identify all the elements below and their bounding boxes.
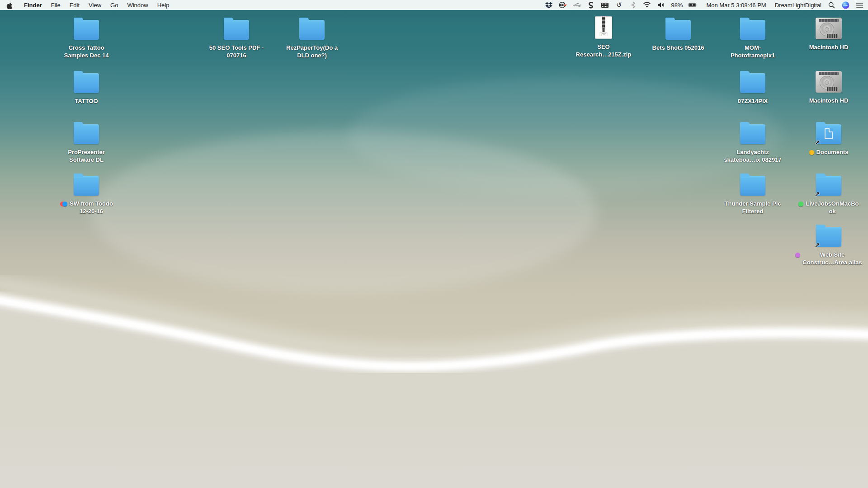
desktop-icon-sw-from-toddo[interactable]: SW from Toddo 12-20-16 — [52, 171, 120, 215]
battery-percent-label: 98% — [671, 2, 683, 9]
folder-icon — [665, 20, 691, 40]
wifi-icon[interactable] — [643, 0, 651, 10]
desktop-icon-label: LiveJobsOnMacBo ok — [806, 200, 859, 215]
desktop-icon-label: SEO Research…215Z.zip — [576, 43, 632, 58]
folder-icon — [740, 124, 765, 144]
desktop-icon-cross-tattoo-samples[interactable]: Cross Tattoo Samples Dec 14 — [52, 15, 120, 59]
apple-menu[interactable] — [0, 0, 19, 10]
desktop-icon-label: MOM- Photoframepix1 — [731, 44, 775, 59]
desktop-icon-macintosh-hd-2[interactable]: Macintosh HD — [795, 68, 863, 105]
desktop-icon-50-seo-tools-pdf[interactable]: 50 SEO Tools PDF - 070716 — [203, 15, 270, 59]
menu-item-window[interactable]: Window — [123, 0, 152, 10]
folder-icon — [74, 176, 99, 196]
blue-red-tag-icon — [62, 202, 67, 206]
fast-user-switching-name[interactable]: DreamLightDigital — [775, 2, 821, 9]
hard-drive-icon — [816, 71, 842, 93]
desktop-icon-label: RezPaperToy(Do a DLD one?) — [286, 44, 338, 59]
menu-item-file[interactable]: File — [47, 0, 65, 10]
folder-icon — [74, 73, 99, 93]
purple-tag-icon — [795, 253, 800, 258]
folder-icon — [740, 176, 765, 196]
hard-drive-icon — [816, 18, 842, 39]
time-machine-icon[interactable]: ↺ — [615, 0, 623, 10]
volume-icon[interactable] — [657, 0, 665, 10]
desktop-icon-thunder-sample-pic[interactable]: Thunder Sample Pic Filtered — [719, 171, 787, 215]
menu-item-help[interactable]: Help — [153, 0, 174, 10]
desktop-icon-label: 50 SEO Tools PDF - 070716 — [209, 44, 264, 59]
desktop-icon-mom-photoframepix1[interactable]: MOM- Photoframepix1 — [719, 15, 787, 59]
bluetooth-icon[interactable] — [629, 0, 637, 10]
apple-logo-icon — [6, 1, 13, 9]
scanner-icon[interactable] — [573, 0, 581, 10]
creative-cloud-icon[interactable] — [559, 0, 567, 10]
dropbox-icon[interactable] — [545, 0, 553, 10]
folder-icon — [224, 20, 249, 40]
folder-icon — [74, 20, 99, 40]
desktop-icon-seo-research-zip[interactable]: ZIP SEO Research…215Z.zip — [570, 14, 637, 58]
desktop-icon-label: Macintosh HD — [809, 97, 849, 105]
document-glyph-icon — [825, 128, 833, 139]
notification-center-icon[interactable] — [855, 0, 863, 10]
desktop-icon-bets-shots[interactable]: Bets Shots 052016 — [644, 15, 712, 52]
film-strip-icon[interactable] — [601, 0, 609, 10]
desktop-icon-label: Web Site Construc…Area alias — [802, 251, 862, 266]
folder-icon — [740, 73, 765, 93]
siri-icon[interactable] — [841, 0, 849, 10]
desktop-icon-label: Bets Shots 052016 — [652, 44, 704, 52]
clamp-tool-icon[interactable] — [587, 0, 595, 10]
folder-icon — [74, 124, 99, 144]
menu-item-edit[interactable]: Edit — [65, 0, 84, 10]
desktop-icon-label: Documents — [816, 149, 849, 156]
desktop-icon-documents-alias[interactable]: ↗ Documents — [795, 120, 863, 156]
green-tag-icon — [798, 202, 803, 206]
desktop-icon-label: SW from Toddo 12-20-16 — [70, 200, 113, 215]
zip-badge-label: ZIP — [600, 32, 608, 36]
orange-tag-icon — [809, 150, 814, 155]
menu-bar: Finder File Edit View Go Window Help — [0, 0, 868, 10]
battery-charging-icon[interactable] — [689, 0, 697, 10]
desktop-icon-label: Macintosh HD — [809, 44, 849, 52]
desktop-icon-label: Cross Tattoo Samples Dec 14 — [64, 44, 108, 59]
desktop-icon-label: Landyachtz skateboa…ix 082917 — [724, 149, 781, 164]
spotlight-search-icon[interactable] — [827, 0, 835, 10]
menu-item-finder[interactable]: Finder — [19, 0, 47, 10]
desktop-icon-label: ProPresenter Software DL — [68, 149, 105, 164]
alias-arrow-icon: ↗ — [815, 242, 820, 248]
alias-arrow-icon: ↗ — [815, 139, 820, 145]
folder-icon — [740, 20, 765, 40]
desktop-icon-landyachtz[interactable]: Landyachtz skateboa…ix 082917 — [719, 120, 787, 164]
alias-arrow-icon: ↗ — [815, 191, 820, 197]
folder-icon — [299, 20, 325, 40]
desktop-icon-07zx14pix[interactable]: 07ZX14PIX — [719, 69, 787, 105]
desktop-icon-macintosh-hd-1[interactable]: Macintosh HD — [795, 15, 863, 52]
desktop-icon-label: Thunder Sample Pic Filtered — [725, 200, 781, 215]
desktop-icon-rezpapertoy[interactable]: RezPaperToy(Do a DLD one?) — [278, 15, 346, 59]
menu-bar-clock[interactable]: Mon Mar 5 3:08:46 PM — [706, 2, 766, 9]
desktop-icon-propresenter[interactable]: ProPresenter Software DL — [52, 120, 120, 164]
zip-file-icon: ZIP — [595, 16, 612, 39]
menu-item-go[interactable]: Go — [106, 0, 123, 10]
desktop-icon-livejobsonmacbook-alias[interactable]: ↗ LiveJobsOnMacBo ok — [795, 171, 863, 215]
desktop-icon-label: 07ZX14PIX — [738, 98, 768, 105]
desktop-icon-tattoo[interactable]: TATTOO — [52, 69, 120, 105]
desktop-icon-web-site-construction-alias[interactable]: ↗ Web Site Construc…Area alias — [795, 222, 863, 266]
desktop-icon-label: TATTOO — [75, 98, 98, 105]
menu-item-view[interactable]: View — [84, 0, 106, 10]
